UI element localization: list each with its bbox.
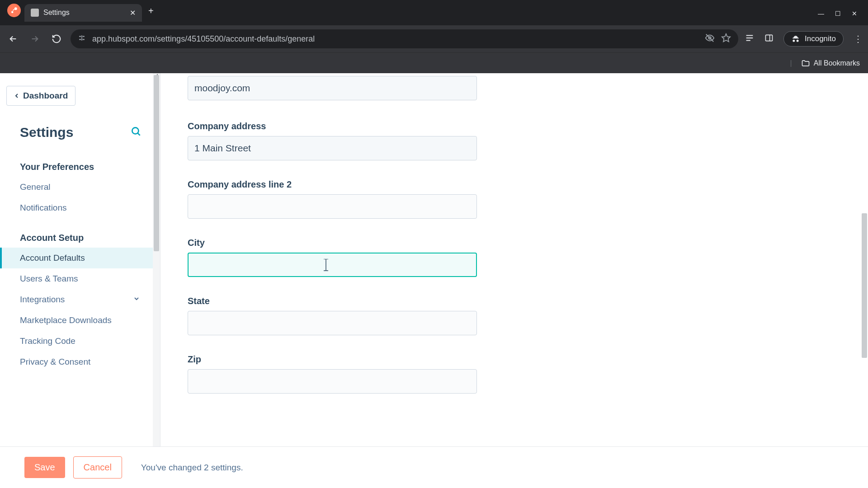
svg-line-14 [137,133,140,135]
new-tab-button[interactable]: + [146,6,156,20]
settings-search-icon[interactable] [130,126,142,139]
company-address-input[interactable] [188,136,477,160]
svg-rect-5 [83,36,85,37]
sidebar-item-users-teams[interactable]: Users & Teams [0,268,160,289]
bookmark-star-icon[interactable] [721,33,731,45]
svg-point-0 [11,11,14,14]
settings-sidebar: ▴ ▾ Dashboard Settings Your Preferences … [0,73,160,488]
url-text: app.hubspot.com/settings/45105500/accoun… [92,34,698,44]
browser-tab-strip: Settings ✕ + — ☐ ✕ [0,0,868,25]
visibility-off-icon[interactable] [705,33,715,45]
tab-title: Settings [43,9,125,17]
zip-label: Zip [188,354,477,365]
save-footer: Save Cancel You've changed 2 settings. [0,446,868,488]
svg-rect-3 [79,36,81,37]
browser-back-icon[interactable] [5,31,21,47]
svg-rect-6 [83,39,85,40]
bookmarks-bar: | All Bookmarks [0,52,868,73]
sidebar-item-account-defaults[interactable]: Account Defaults [0,248,160,268]
chevron-down-icon [133,295,140,305]
browser-forward-icon[interactable] [27,31,42,47]
svg-rect-7 [81,35,82,41]
company-domain-input[interactable] [188,76,477,100]
city-input[interactable] [188,253,477,277]
reading-list-icon[interactable] [745,33,755,45]
sidebar-scrollbar[interactable]: ▴ ▾ [153,73,160,488]
sidebar-item-general[interactable]: General [0,177,160,197]
back-to-dashboard-link[interactable]: Dashboard [6,86,75,106]
window-maximize-icon[interactable]: ☐ [835,10,841,17]
state-label: State [188,296,477,306]
save-button[interactable]: Save [24,457,65,478]
sidebar-item-tracking[interactable]: Tracking Code [0,331,160,352]
city-label: City [188,238,477,248]
cancel-button[interactable]: Cancel [73,456,122,479]
content-scrollbar[interactable] [861,73,867,488]
hubspot-logo-icon [7,4,21,17]
url-input[interactable]: app.hubspot.com/settings/45105500/accoun… [71,29,738,48]
svg-rect-2 [13,9,14,11]
company-address-label: Company address [188,121,477,131]
window-close-icon[interactable]: ✕ [852,10,857,17]
sidebar-item-privacy[interactable]: Privacy & Consent [0,352,160,372]
changes-status: You've changed 2 settings. [141,463,243,473]
company-address2-label: Company address line 2 [188,179,477,190]
svg-rect-11 [766,35,773,41]
settings-title: Settings [20,125,73,140]
zip-input[interactable] [188,369,477,394]
all-bookmarks-button[interactable]: All Bookmarks [801,59,860,68]
settings-content: Company address Company address line 2 C… [160,73,868,488]
text-cursor-icon [322,259,330,272]
browser-menu-icon[interactable]: ⋮ [854,33,863,44]
app-container: ▴ ▾ Dashboard Settings Your Preferences … [0,73,868,488]
company-address2-input[interactable] [188,194,477,219]
sidebar-item-notifications[interactable]: Notifications [0,197,160,218]
incognito-indicator[interactable]: Incognito [783,31,844,47]
svg-point-13 [132,127,138,134]
section-account-setup: Account Setup [0,233,160,248]
window-minimize-icon[interactable]: — [818,10,824,17]
sidebar-item-integrations[interactable]: Integrations [0,289,160,310]
side-panel-icon[interactable] [764,33,774,44]
content-scroll-thumb[interactable] [862,213,867,358]
state-input[interactable] [188,311,477,335]
site-settings-icon[interactable] [78,34,86,44]
sidebar-item-marketplace[interactable]: Marketplace Downloads [0,310,160,331]
sidebar-scroll-thumb[interactable] [154,75,159,251]
browser-reload-icon[interactable] [49,31,64,47]
tab-favicon [31,9,39,17]
browser-tab[interactable]: Settings ✕ [24,4,142,22]
svg-point-1 [14,7,17,10]
svg-rect-4 [79,39,81,40]
section-your-preferences: Your Preferences [0,162,160,177]
browser-address-bar: app.hubspot.com/settings/45105500/accoun… [0,25,868,52]
svg-marker-10 [722,33,730,41]
tab-close-icon[interactable]: ✕ [130,9,136,17]
